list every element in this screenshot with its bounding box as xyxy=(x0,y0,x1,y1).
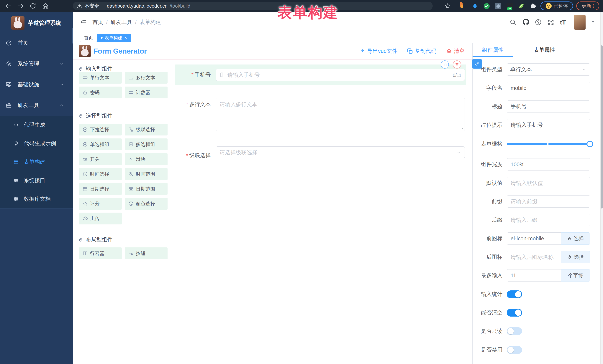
form-item-mobile[interactable]: 手机号 0/11 xyxy=(175,65,466,85)
github-icon[interactable] xyxy=(522,18,530,26)
resize-handle-icon[interactable] xyxy=(461,127,464,130)
palette-item-counter[interactable]: 123 计数器 xyxy=(125,87,168,99)
sidebar-item-system-api[interactable]: 系统接口 xyxy=(0,171,73,190)
export-vue-button[interactable]: 导出vue文件 xyxy=(359,47,397,55)
profile-paused-badge[interactable]: 已暂停 xyxy=(541,1,573,10)
app-title: 芋道管理系统 xyxy=(28,16,61,30)
palette-item-row-container[interactable]: 行容器 xyxy=(79,247,122,259)
extension-leaf-icon[interactable] xyxy=(518,3,525,10)
close-icon[interactable]: × xyxy=(125,36,127,40)
palette-item-checkbox-group[interactable]: 多选框组 xyxy=(125,138,168,150)
field-name-input[interactable] xyxy=(507,82,590,94)
cascader-field[interactable] xyxy=(216,146,465,158)
prefix-input[interactable] xyxy=(507,195,590,208)
help-question-icon[interactable] xyxy=(535,19,542,26)
mobile-phone-icon xyxy=(219,72,224,77)
drag-hand-icon xyxy=(78,237,84,243)
palette-item-radio-group[interactable]: 单选框组 xyxy=(79,138,122,150)
extension-blue-icon[interactable] xyxy=(472,3,478,10)
bookmark-star-icon[interactable] xyxy=(445,3,451,9)
sidebar-item-system[interactable]: 系统管理 xyxy=(0,53,73,74)
caret-down-icon[interactable] xyxy=(591,20,596,25)
default-input[interactable] xyxy=(507,177,590,189)
fullscreen-icon[interactable] xyxy=(547,19,554,26)
readonly-toggle[interactable] xyxy=(507,327,522,335)
extension-green-check-icon[interactable] xyxy=(483,3,490,10)
duplicate-item-button[interactable] xyxy=(441,60,449,69)
breadcrumb-devtools[interactable]: 研发工具 xyxy=(111,19,132,26)
user-avatar[interactable] xyxy=(574,15,586,30)
placeholder-input[interactable] xyxy=(507,119,590,131)
search-icon[interactable] xyxy=(510,19,517,26)
palette-item-password[interactable]: 密码 xyxy=(79,87,122,99)
width-input[interactable] xyxy=(507,158,590,170)
copy-code-button[interactable]: 复制代码 xyxy=(407,47,436,55)
row-placeholder: 占位提示 xyxy=(473,119,594,131)
palette-item-rate[interactable]: 评分 xyxy=(79,198,122,210)
breadcrumb-home[interactable]: 首页 xyxy=(93,19,103,26)
download-icon xyxy=(359,48,365,54)
sidebar-item-codegen-demo[interactable]: 代码生成示例 xyxy=(0,134,73,153)
clear-button[interactable]: 清空 xyxy=(446,47,464,55)
browser-home-button[interactable] xyxy=(42,2,49,10)
drag-hand-icon xyxy=(78,113,84,119)
browser-update-button[interactable]: 更新 xyxy=(576,1,599,10)
address-bar[interactable]: 不安全 dashboard.yudao.iocoder.cn /tool/bui… xyxy=(73,2,433,10)
palette-item-color-picker[interactable]: 颜色选择 xyxy=(125,198,168,210)
cascader-input[interactable] xyxy=(216,146,465,158)
palette-item-switch[interactable]: 开关 xyxy=(79,153,122,165)
palette-item-time-range[interactable]: 时间范围 xyxy=(125,168,168,180)
textarea-field[interactable] xyxy=(216,98,465,131)
palette-item-select[interactable]: 下拉选择 xyxy=(79,124,122,135)
palette-item-cascader[interactable]: 级联选择 xyxy=(125,124,168,135)
extension-orange-icon[interactable] xyxy=(460,3,463,7)
palette-item-textarea[interactable]: 多行文本 xyxy=(125,72,168,84)
tab-form-props[interactable]: 表单属性 xyxy=(524,43,565,57)
grid-slider[interactable] xyxy=(507,143,590,145)
palette-item-date-picker[interactable]: 日期选择 xyxy=(79,183,122,195)
row-prefix-icon: 前图标 选择 xyxy=(473,232,594,245)
textarea-input[interactable] xyxy=(216,98,465,131)
prefix-icon-input[interactable] xyxy=(507,232,561,245)
tab-component-props[interactable]: 组件属性 xyxy=(473,43,513,57)
sidebar-item-form-builder[interactable]: 表单构建 xyxy=(0,153,73,171)
palette-item-time-picker[interactable]: 时间选择 xyxy=(79,168,122,180)
page-scrollbar-thumb[interactable] xyxy=(601,45,603,209)
palette-item-text-input[interactable]: 单行文本 xyxy=(79,72,122,84)
sidebar-item-db-doc[interactable]: 数据库文档 xyxy=(0,190,73,208)
palette-item-button[interactable]: 按钮 xyxy=(125,247,168,259)
clearable-toggle[interactable] xyxy=(507,309,522,317)
browser-refresh-button[interactable] xyxy=(29,2,36,10)
delete-item-button[interactable] xyxy=(453,60,461,69)
palette-item-slider[interactable]: 滑块 xyxy=(125,153,168,165)
tab-home[interactable]: 首页 xyxy=(80,34,97,42)
sidebar-item-devtools[interactable]: 研发工具 xyxy=(0,95,73,116)
sidebar-fold-icon[interactable] xyxy=(80,19,87,26)
component-type-select[interactable]: 单行文本 xyxy=(507,63,590,76)
browser-back-button[interactable] xyxy=(5,2,12,10)
palette-item-upload[interactable]: 上传 xyxy=(79,213,122,224)
extension-dark-on-icon[interactable]: on xyxy=(507,3,513,9)
sidebar-item-infra[interactable]: 基础设施 xyxy=(0,74,73,95)
suffix-input[interactable] xyxy=(507,214,590,226)
max-input-field[interactable] xyxy=(507,269,561,282)
row-field-name: 字段名 xyxy=(473,82,594,94)
sidebar-item-codegen[interactable]: 代码生成 xyxy=(0,116,73,134)
sidebar-scrollbar-thumb[interactable] xyxy=(72,28,73,44)
font-size-icon[interactable]: tT xyxy=(560,19,566,26)
extension-gray-icon[interactable] xyxy=(495,3,501,9)
palette-section-select: 选择型组件 xyxy=(78,112,113,120)
browser-forward-button[interactable] xyxy=(17,2,24,10)
sidebar-item-home[interactable]: 首页 xyxy=(0,33,73,53)
input-stat-toggle[interactable] xyxy=(507,290,522,298)
disabled-toggle[interactable] xyxy=(507,346,522,354)
suffix-icon-select-button[interactable]: 选择 xyxy=(561,251,590,263)
tab-form-builder[interactable]: 表单构建 × xyxy=(97,34,131,42)
palette-item-date-range[interactable]: 日期范围 xyxy=(125,183,168,195)
title-input[interactable] xyxy=(507,100,590,113)
prefix-icon-select-button[interactable]: 选择 xyxy=(561,232,590,245)
mobile-input[interactable] xyxy=(216,69,465,81)
slider-handle[interactable] xyxy=(587,141,593,147)
extensions-puzzle-icon[interactable] xyxy=(530,3,536,10)
suffix-icon-input[interactable] xyxy=(507,251,561,263)
